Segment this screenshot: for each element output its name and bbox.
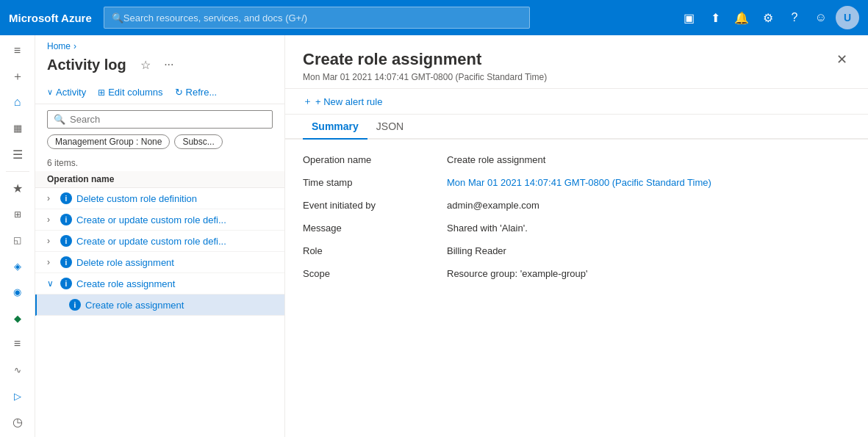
list-item[interactable]: i Create role assignment [35, 295, 284, 316]
new-alert-label: + New alert rule [315, 96, 382, 107]
edit-columns-label: Edit columns [108, 87, 162, 98]
sidebar: ≡ ＋ ⌂ ▦ ☰ ★ ⊞ ◱ ◈ ◉ ◆ ≡ ∿ ▷ ◷ [0, 35, 35, 437]
list-item[interactable]: › i Delete custom role definition [35, 188, 284, 209]
chevron-right-icon: › [47, 257, 56, 267]
sidebar-security-button[interactable]: ◆ [3, 306, 32, 330]
top-navigation: Microsoft Azure 🔍 ▣ ⬆ 🔔 ⚙ ? ☺ U [0, 0, 868, 35]
detail-panel: Create role assignment Mon Mar 01 2021 1… [285, 35, 868, 437]
breadcrumb: Home › [35, 35, 284, 51]
global-search[interactable]: 🔍 [104, 7, 530, 29]
info-icon: i [60, 278, 72, 289]
field-value-timestamp[interactable]: Mon Mar 01 2021 14:07:41 GMT-0800 (Pacif… [447, 177, 850, 188]
list-item[interactable]: › i Delete role assignment [35, 252, 284, 273]
refresh-label: Refre... [186, 87, 218, 98]
detail-subtitle: Mon Mar 01 2021 14:07:41 GMT-0800 (Pacif… [303, 72, 547, 82]
help-button[interactable]: ? [783, 6, 806, 29]
sidebar-sql-button[interactable]: ◈ [3, 254, 32, 278]
page-title: Activity log [47, 57, 126, 73]
field-label-scope: Scope [303, 268, 435, 279]
sidebar-resource-groups-button[interactable]: ◱ [3, 228, 32, 252]
items-count: 6 items. [35, 155, 284, 171]
close-button[interactable]: ✕ [833, 50, 850, 69]
filter-tags: Management Group : None Subsc... [35, 134, 284, 155]
notifications-button[interactable]: 🔔 [730, 6, 753, 29]
panel-header-actions: ☆ ··· [135, 54, 179, 75]
sidebar-create-button[interactable]: ＋ [3, 64, 32, 88]
sidebar-menu2-button[interactable]: ≡ [3, 332, 32, 356]
sidebar-dashboard-button[interactable]: ▦ [3, 116, 32, 140]
list-item-text: Delete role assignment [76, 257, 174, 268]
feedback-button[interactable]: ☺ [809, 6, 833, 29]
list-item-text: Delete custom role definition [76, 193, 197, 204]
detail-title-group: Create role assignment Mon Mar 01 2021 1… [303, 50, 547, 82]
activity-label: Activity [56, 87, 86, 98]
new-alert-rule-button[interactable]: ＋ + New alert rule [303, 95, 382, 108]
more-options-button[interactable]: ··· [159, 54, 179, 75]
info-icon: i [60, 235, 72, 247]
search-input[interactable] [70, 114, 266, 125]
global-search-input[interactable] [123, 12, 522, 24]
plus-icon: ＋ [303, 95, 312, 108]
pin-button[interactable]: ☆ [135, 54, 156, 75]
app-brand: Microsoft Azure [9, 12, 92, 24]
detail-actions: ＋ + New alert rule [285, 89, 868, 115]
tab-summary[interactable]: Summary [303, 115, 367, 140]
breadcrumb-separator: › [73, 41, 76, 51]
field-label-timestamp: Time stamp [303, 177, 435, 188]
columns-icon: ⊞ [98, 87, 105, 98]
sidebar-pipelines-button[interactable]: ▷ [3, 383, 32, 408]
app-layout: ≡ ＋ ⌂ ▦ ☰ ★ ⊞ ◱ ◈ ◉ ◆ ≡ ∿ ▷ ◷ Home › Act… [0, 35, 868, 437]
detail-title: Create role assignment [303, 50, 547, 69]
chevron-right-icon: › [47, 236, 56, 246]
field-value-scope: Resource group: 'example-group' [447, 268, 850, 279]
list-item[interactable]: › i Create or update custom role defi... [35, 231, 284, 252]
main-content: Home › Activity log ☆ ··· ∨ Activity [35, 35, 868, 437]
detail-header: Create role assignment Mon Mar 01 2021 1… [285, 35, 868, 89]
detail-row-message: Message Shared with 'Alain'. [303, 223, 850, 234]
field-value-role: Billing Reader [447, 245, 850, 256]
chevron-down-icon: ∨ [47, 278, 56, 289]
detail-row-timestamp: Time stamp Mon Mar 01 2021 14:07:41 GMT-… [303, 177, 850, 188]
detail-row-scope: Scope Resource group: 'example-group' [303, 268, 850, 279]
field-value-initiatedby: admin@example.com [447, 200, 850, 211]
sidebar-marketplace-button[interactable]: ⊞ [3, 202, 32, 226]
upload-button[interactable]: ⬆ [703, 6, 727, 29]
sidebar-devops-button[interactable]: ∿ [3, 358, 32, 382]
subscription-filter[interactable]: Subsc... [174, 134, 222, 149]
panel-header: Activity log ☆ ··· [35, 51, 284, 81]
field-label-operation: Operation name [303, 154, 435, 165]
settings-button[interactable]: ⚙ [756, 6, 780, 29]
detail-content: Operation name Create role assignment Ti… [285, 140, 868, 437]
tab-json[interactable]: JSON [367, 115, 412, 140]
sidebar-monitor-button[interactable]: ◷ [3, 410, 32, 434]
detail-row-initiatedby: Event initiated by admin@example.com [303, 200, 850, 211]
refresh-icon: ↻ [175, 87, 183, 98]
field-value-operation: Create role assignment [447, 154, 850, 165]
cloud-shell-button[interactable]: ▣ [677, 6, 700, 29]
sidebar-collapse-button[interactable]: ≡ [3, 38, 32, 62]
field-label-role: Role [303, 245, 435, 256]
refresh-button[interactable]: ↻ Refre... [175, 84, 218, 101]
list-item-text: Create role assignment [76, 278, 175, 289]
management-group-filter[interactable]: Management Group : None [47, 134, 170, 149]
detail-row-role: Role Billing Reader [303, 245, 850, 256]
chevron-right-icon: › [47, 214, 56, 225]
list-item[interactable]: ∨ i Create role assignment [35, 273, 284, 295]
search-bar[interactable]: 🔍 [47, 110, 273, 129]
chevron-right-icon: › [47, 193, 56, 203]
sidebar-all-services-button[interactable]: ☰ [3, 142, 32, 166]
list-item-text: Create or update custom role defi... [76, 214, 226, 225]
sidebar-home-button[interactable]: ⌂ [3, 90, 32, 115]
info-icon: i [60, 192, 72, 204]
user-avatar[interactable]: U [836, 6, 859, 29]
sidebar-network-button[interactable]: ◉ [3, 280, 32, 304]
breadcrumb-home[interactable]: Home [47, 41, 71, 51]
activity-dropdown[interactable]: ∨ Activity [47, 84, 86, 101]
edit-columns-button[interactable]: ⊞ Edit columns [98, 84, 162, 101]
sidebar-favorites-button[interactable]: ★ [3, 176, 32, 201]
activity-log-panel: Home › Activity log ☆ ··· ∨ Activity [35, 35, 285, 437]
sidebar-divider [6, 171, 29, 172]
nav-icon-group: ▣ ⬆ 🔔 ⚙ ? ☺ U [677, 6, 859, 29]
toolbar: ∨ Activity ⊞ Edit columns ↻ Refre... [35, 81, 284, 104]
list-item[interactable]: › i Create or update custom role defi... [35, 209, 284, 231]
